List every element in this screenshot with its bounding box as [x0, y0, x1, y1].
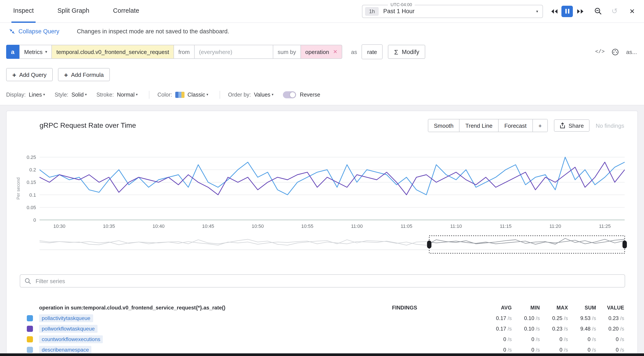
metric-name-field[interactable]: temporal.cloud.v0_frontend_service_reque…: [52, 45, 174, 59]
color-palette-swatch[interactable]: [175, 91, 184, 98]
filter-series-input[interactable]: [35, 277, 620, 285]
mode-tabs: Inspect Split Graph Correlate: [12, 0, 161, 22]
series-value-cell: 0 /s: [596, 347, 624, 353]
series-color-swatch[interactable]: [27, 315, 33, 321]
share-label: Share: [569, 122, 584, 129]
close-inspect-button[interactable]: ✕: [626, 5, 638, 17]
series-color-swatch[interactable]: [27, 336, 33, 343]
chevron-down-icon[interactable]: ▾: [272, 93, 274, 97]
timeseries-chart[interactable]: 00.050.10.150.20.25Per second10:3010:351…: [6, 139, 638, 230]
tab-inspect-label: Inspect: [13, 7, 34, 14]
color-palette-select[interactable]: Classic: [187, 91, 205, 98]
time-range-picker[interactable]: UTC-04:00 1h Past 1 Hour ▾: [362, 4, 543, 18]
svg-text:11:20: 11:20: [549, 223, 561, 229]
svg-text:10:50: 10:50: [252, 223, 264, 229]
scope-filter-input[interactable]: (everywhere): [194, 45, 273, 59]
series-expression-header: operation in sum:temporal.cloud.v0_front…: [27, 305, 361, 311]
series-min-cell: 0 /s: [512, 336, 540, 343]
stroke-select[interactable]: Normal: [117, 91, 135, 98]
fast-forward-icon: [576, 8, 584, 14]
table-row[interactable]: pollactivitytaskqueue0.17 /s0.10 /s0.25 …: [27, 313, 624, 324]
min-column-header: MIN: [512, 305, 540, 310]
sum-column-header: SUM: [568, 305, 596, 310]
collapse-query-button[interactable]: Collapse Query: [9, 28, 59, 34]
table-row[interactable]: countworkflowexecutions0 /s0 /s0 /s0 /s0…: [27, 334, 624, 345]
chevron-down-icon[interactable]: ▾: [43, 93, 45, 97]
zoom-out-button[interactable]: [592, 5, 604, 17]
value-column-header: VALUE: [596, 305, 624, 310]
smooth-button[interactable]: Smooth: [428, 119, 459, 132]
series-color-swatch[interactable]: [27, 347, 33, 353]
series-rows: pollactivitytaskqueue0.17 /s0.10 /s0.25 …: [27, 313, 624, 355]
svg-text:0: 0: [34, 217, 36, 223]
inspect-mode-message: Changes in inspect mode are not saved to…: [77, 28, 229, 34]
avg-column-header: AVG: [484, 305, 512, 310]
style-label: Style:: [55, 91, 68, 98]
as-label: as: [351, 48, 357, 55]
series-color-swatch[interactable]: [27, 326, 33, 332]
query-source-value: Metrics: [24, 48, 42, 55]
order-by-select[interactable]: Values: [254, 91, 270, 98]
pause-icon: [565, 9, 569, 13]
series-name-cell: countworkflowexecutions: [39, 335, 361, 343]
plus-icon: +: [64, 71, 68, 78]
svg-text:11:10: 11:10: [450, 223, 462, 229]
content-area: gRPC Request Rate over Time Smooth Trend…: [0, 105, 644, 356]
modify-button[interactable]: Σ Modify: [388, 45, 426, 59]
forecast-button[interactable]: Forecast: [498, 119, 532, 132]
palette-icon[interactable]: [612, 48, 619, 55]
findings-column-header: FINDINGS: [361, 305, 448, 311]
query-source-select[interactable]: Metrics ▾: [19, 45, 52, 59]
series-value-cell: 0.23 /s: [596, 315, 624, 321]
sum-by-label: sum by: [273, 45, 301, 59]
modify-label: Modify: [402, 48, 419, 55]
chevron-down-icon[interactable]: ▾: [136, 93, 138, 97]
add-formula-button[interactable]: + Add Formula: [58, 68, 110, 81]
display-label: Display:: [6, 91, 26, 98]
pause-button[interactable]: [562, 5, 573, 17]
trend-line-button[interactable]: Trend Line: [459, 119, 498, 132]
metric-name-value: temporal.cloud.v0_frontend_service_reque…: [56, 48, 169, 55]
reverse-toggle[interactable]: [283, 91, 296, 98]
max-column-header: MAX: [540, 305, 568, 310]
share-button[interactable]: Share: [554, 119, 590, 132]
minimap-selection[interactable]: [429, 236, 625, 253]
rate-function-chip[interactable]: rate: [362, 44, 383, 59]
chevron-down-icon[interactable]: ▾: [206, 93, 208, 97]
display-type-select[interactable]: Lines: [29, 91, 42, 98]
series-name[interactable]: pollactivitytaskqueue: [39, 314, 93, 322]
tab-split-graph-label: Split Graph: [58, 7, 90, 14]
order-by-label: Order by:: [228, 91, 251, 98]
minimap-handle-left[interactable]: [427, 241, 432, 249]
query-editor-row: a Metrics ▾ temporal.cloud.v0_frontend_s…: [0, 39, 644, 64]
rewind-button[interactable]: [548, 5, 560, 17]
style-select[interactable]: Solid: [72, 91, 84, 98]
series-avg-cell: 0 /s: [484, 347, 512, 353]
series-name-cell: pollworkflowtaskqueue: [39, 325, 361, 333]
tab-correlate[interactable]: Correlate: [111, 0, 141, 22]
series-name[interactable]: pollworkflowtaskqueue: [39, 325, 97, 333]
series-name[interactable]: describenamespace: [39, 346, 92, 354]
series-max-cell: 0.25 /s: [540, 315, 568, 321]
series-name[interactable]: countworkflowexecutions: [39, 335, 103, 343]
add-formula-label: Add Formula: [71, 71, 104, 78]
chevron-down-icon[interactable]: ▾: [85, 93, 87, 97]
series-min-cell: 0 /s: [512, 347, 540, 353]
tab-split-graph[interactable]: Split Graph: [56, 0, 91, 22]
table-row[interactable]: pollworkflowtaskqueue0.17 /s0.10 /s0.23 …: [27, 324, 624, 334]
add-query-button[interactable]: + Add Query: [6, 68, 53, 81]
series-min-cell: 0.10 /s: [512, 315, 540, 321]
filter-series-box: [20, 274, 625, 288]
code-view-icon[interactable]: </>: [595, 49, 605, 55]
tab-inspect[interactable]: Inspect: [12, 0, 36, 22]
minimap-handle-right[interactable]: [622, 241, 627, 249]
series-table-header: operation in sum:temporal.cloud.v0_front…: [27, 303, 624, 313]
remove-tag-icon[interactable]: ✕: [333, 49, 338, 55]
forward-button[interactable]: [574, 5, 586, 17]
series-avg-cell: 0.17 /s: [484, 326, 512, 332]
group-by-tag[interactable]: operation ✕: [300, 45, 342, 59]
timeseries-minimap[interactable]: [6, 235, 638, 254]
add-analysis-button[interactable]: +: [532, 119, 547, 132]
reset-zoom-button[interactable]: ↺: [609, 5, 620, 17]
as-more-link[interactable]: as...: [626, 48, 637, 55]
